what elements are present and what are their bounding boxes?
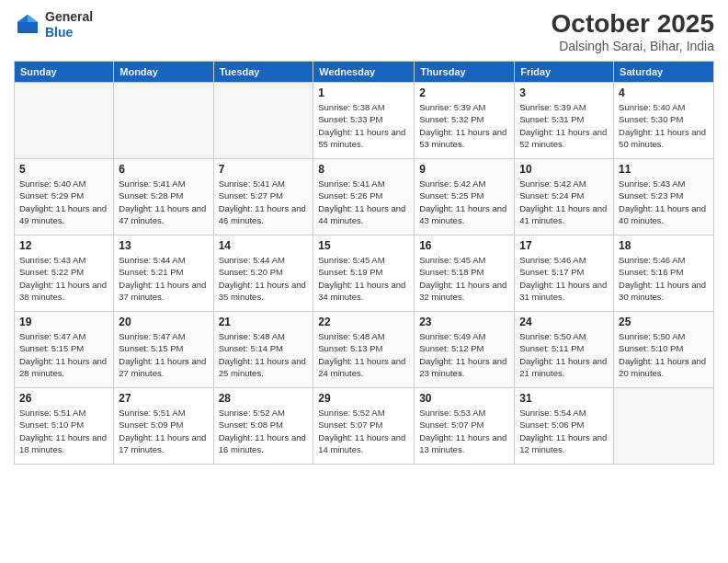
title-block: October 2025 Dalsingh Sarai, Bihar, Indi… [552, 9, 714, 53]
day-number: 30 [419, 392, 509, 405]
day-number: 15 [318, 239, 409, 252]
calendar-cell: 26Sunrise: 5:51 AM Sunset: 5:10 PM Dayli… [15, 388, 114, 465]
day-number: 4 [619, 86, 709, 99]
day-info: Sunrise: 5:44 AM Sunset: 5:20 PM Dayligh… [219, 254, 309, 303]
day-number: 21 [219, 316, 309, 328]
day-info: Sunrise: 5:43 AM Sunset: 5:23 PM Dayligh… [619, 178, 709, 226]
day-info: Sunrise: 5:42 AM Sunset: 5:24 PM Dayligh… [519, 178, 609, 226]
calendar-weekday: Friday [515, 62, 614, 83]
day-number: 17 [519, 239, 609, 252]
day-info: Sunrise: 5:50 AM Sunset: 5:10 PM Dayligh… [619, 330, 709, 379]
calendar-cell: 29Sunrise: 5:52 AM Sunset: 5:07 PM Dayli… [313, 388, 415, 465]
calendar-cell: 22Sunrise: 5:48 AM Sunset: 5:13 PM Dayli… [313, 312, 415, 388]
day-number: 3 [519, 86, 609, 99]
calendar-cell: 19Sunrise: 5:47 AM Sunset: 5:15 PM Dayli… [15, 312, 114, 388]
day-number: 12 [19, 239, 108, 252]
calendar-weekday: Sunday [15, 62, 114, 83]
calendar-weekday: Saturday [614, 62, 714, 83]
calendar-cell [213, 83, 313, 159]
calendar-weekday: Thursday [415, 62, 515, 83]
day-info: Sunrise: 5:46 AM Sunset: 5:17 PM Dayligh… [519, 254, 609, 303]
svg-marker-2 [17, 15, 28, 22]
calendar-cell: 6Sunrise: 5:41 AM Sunset: 5:28 PM Daylig… [114, 159, 213, 236]
calendar-cell: 20Sunrise: 5:47 AM Sunset: 5:15 PM Dayli… [114, 312, 213, 388]
logo-general: General [45, 9, 93, 24]
day-info: Sunrise: 5:41 AM Sunset: 5:26 PM Dayligh… [318, 178, 409, 226]
calendar-cell: 13Sunrise: 5:44 AM Sunset: 5:21 PM Dayli… [114, 236, 213, 312]
day-number: 9 [419, 163, 509, 176]
calendar-cell: 1Sunrise: 5:38 AM Sunset: 5:33 PM Daylig… [313, 83, 415, 159]
calendar-cell: 12Sunrise: 5:43 AM Sunset: 5:22 PM Dayli… [15, 236, 114, 312]
calendar-week-row: 26Sunrise: 5:51 AM Sunset: 5:10 PM Dayli… [15, 388, 714, 465]
day-info: Sunrise: 5:47 AM Sunset: 5:15 PM Dayligh… [19, 330, 108, 379]
calendar-weekday: Tuesday [213, 62, 313, 83]
calendar-cell: 14Sunrise: 5:44 AM Sunset: 5:20 PM Dayli… [213, 236, 313, 312]
day-info: Sunrise: 5:53 AM Sunset: 5:07 PM Dayligh… [419, 407, 509, 455]
calendar-week-row: 19Sunrise: 5:47 AM Sunset: 5:15 PM Dayli… [15, 312, 714, 388]
logo-blue: Blue [45, 25, 73, 40]
calendar-cell: 24Sunrise: 5:50 AM Sunset: 5:11 PM Dayli… [515, 312, 614, 388]
calendar-cell [114, 83, 213, 159]
calendar-cell [15, 83, 114, 159]
day-number: 13 [119, 239, 208, 252]
day-info: Sunrise: 5:42 AM Sunset: 5:25 PM Dayligh… [419, 178, 509, 226]
header: General Blue October 2025 Dalsingh Sarai… [14, 9, 714, 53]
day-info: Sunrise: 5:51 AM Sunset: 5:10 PM Dayligh… [19, 407, 108, 455]
calendar-cell: 23Sunrise: 5:49 AM Sunset: 5:12 PM Dayli… [415, 312, 515, 388]
calendar-cell: 30Sunrise: 5:53 AM Sunset: 5:07 PM Dayli… [415, 388, 515, 465]
calendar-week-row: 5Sunrise: 5:40 AM Sunset: 5:29 PM Daylig… [15, 159, 714, 236]
day-info: Sunrise: 5:46 AM Sunset: 5:16 PM Dayligh… [619, 254, 709, 303]
day-number: 31 [519, 392, 609, 405]
month-title: October 2025 [552, 9, 714, 39]
day-number: 7 [219, 163, 309, 176]
day-info: Sunrise: 5:41 AM Sunset: 5:28 PM Dayligh… [119, 178, 208, 226]
calendar-cell: 9Sunrise: 5:42 AM Sunset: 5:25 PM Daylig… [415, 159, 515, 236]
day-number: 29 [318, 392, 409, 405]
day-number: 10 [519, 163, 609, 176]
calendar-cell: 31Sunrise: 5:54 AM Sunset: 5:06 PM Dayli… [515, 388, 614, 465]
calendar-cell: 17Sunrise: 5:46 AM Sunset: 5:17 PM Dayli… [515, 236, 614, 312]
logo-text: General Blue [45, 9, 93, 40]
logo-icon [14, 11, 41, 39]
calendar-table: SundayMondayTuesdayWednesdayThursdayFrid… [14, 61, 714, 465]
day-info: Sunrise: 5:45 AM Sunset: 5:18 PM Dayligh… [419, 254, 509, 303]
day-number: 14 [219, 239, 309, 252]
logo: General Blue [14, 9, 93, 40]
calendar-cell: 15Sunrise: 5:45 AM Sunset: 5:19 PM Dayli… [313, 236, 415, 312]
day-info: Sunrise: 5:40 AM Sunset: 5:29 PM Dayligh… [19, 178, 108, 226]
day-info: Sunrise: 5:39 AM Sunset: 5:32 PM Dayligh… [419, 101, 509, 150]
day-number: 28 [219, 392, 309, 405]
calendar-header-row: SundayMondayTuesdayWednesdayThursdayFrid… [15, 62, 714, 83]
day-info: Sunrise: 5:54 AM Sunset: 5:06 PM Dayligh… [519, 407, 609, 455]
calendar-cell: 18Sunrise: 5:46 AM Sunset: 5:16 PM Dayli… [614, 236, 714, 312]
page: General Blue October 2025 Dalsingh Sarai… [0, 0, 728, 563]
day-info: Sunrise: 5:41 AM Sunset: 5:27 PM Dayligh… [219, 178, 309, 226]
calendar-cell: 8Sunrise: 5:41 AM Sunset: 5:26 PM Daylig… [313, 159, 415, 236]
calendar-cell: 4Sunrise: 5:40 AM Sunset: 5:30 PM Daylig… [614, 83, 714, 159]
calendar-week-row: 12Sunrise: 5:43 AM Sunset: 5:22 PM Dayli… [15, 236, 714, 312]
calendar-weekday: Wednesday [313, 62, 415, 83]
day-info: Sunrise: 5:48 AM Sunset: 5:14 PM Dayligh… [219, 330, 309, 379]
day-number: 24 [519, 316, 609, 328]
day-number: 22 [318, 316, 409, 328]
day-number: 23 [419, 316, 509, 328]
day-number: 8 [318, 163, 409, 176]
calendar-cell [614, 388, 714, 465]
day-number: 6 [119, 163, 208, 176]
day-number: 2 [419, 86, 509, 99]
calendar-cell: 16Sunrise: 5:45 AM Sunset: 5:18 PM Dayli… [415, 236, 515, 312]
calendar-cell: 27Sunrise: 5:51 AM Sunset: 5:09 PM Dayli… [114, 388, 213, 465]
day-info: Sunrise: 5:51 AM Sunset: 5:09 PM Dayligh… [119, 407, 208, 455]
day-number: 26 [19, 392, 108, 405]
day-info: Sunrise: 5:38 AM Sunset: 5:33 PM Dayligh… [318, 101, 409, 150]
calendar-cell: 3Sunrise: 5:39 AM Sunset: 5:31 PM Daylig… [515, 83, 614, 159]
calendar-cell: 11Sunrise: 5:43 AM Sunset: 5:23 PM Dayli… [614, 159, 714, 236]
day-number: 11 [619, 163, 709, 176]
day-info: Sunrise: 5:48 AM Sunset: 5:13 PM Dayligh… [318, 330, 409, 379]
day-number: 1 [318, 86, 409, 99]
day-info: Sunrise: 5:44 AM Sunset: 5:21 PM Dayligh… [119, 254, 208, 303]
calendar-cell: 5Sunrise: 5:40 AM Sunset: 5:29 PM Daylig… [15, 159, 114, 236]
day-info: Sunrise: 5:43 AM Sunset: 5:22 PM Dayligh… [19, 254, 108, 303]
day-info: Sunrise: 5:49 AM Sunset: 5:12 PM Dayligh… [419, 330, 509, 379]
day-info: Sunrise: 5:52 AM Sunset: 5:08 PM Dayligh… [219, 407, 309, 455]
